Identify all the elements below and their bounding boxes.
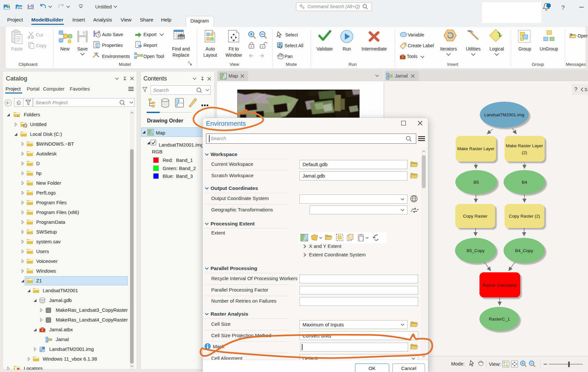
svg-text:B5: B5	[474, 180, 479, 185]
svg-text:B5_Copy: B5_Copy	[466, 248, 485, 253]
svg-text:?: ?	[561, 4, 565, 11]
svg-text:(2): (2)	[522, 150, 527, 155]
svg-text:Copy Raster: Copy Raster	[463, 214, 488, 219]
svg-text:Raster Calculator: Raster Calculator	[483, 283, 517, 288]
svg-text:Copy Raster (2): Copy Raster (2)	[509, 214, 540, 219]
svg-text:Make Raster Layer: Make Raster Layer	[457, 146, 495, 151]
svg-text:Make Raster Layer: Make Raster Layer	[506, 143, 543, 148]
svg-text:B4_Copy: B4_Copy	[515, 248, 533, 253]
svg-text:View:: View:	[489, 361, 501, 367]
svg-text:B4: B4	[522, 180, 527, 185]
svg-text:LandsatTM2001.img: LandsatTM2001.img	[484, 112, 524, 117]
svg-text:RasterC_1: RasterC_1	[489, 317, 510, 322]
